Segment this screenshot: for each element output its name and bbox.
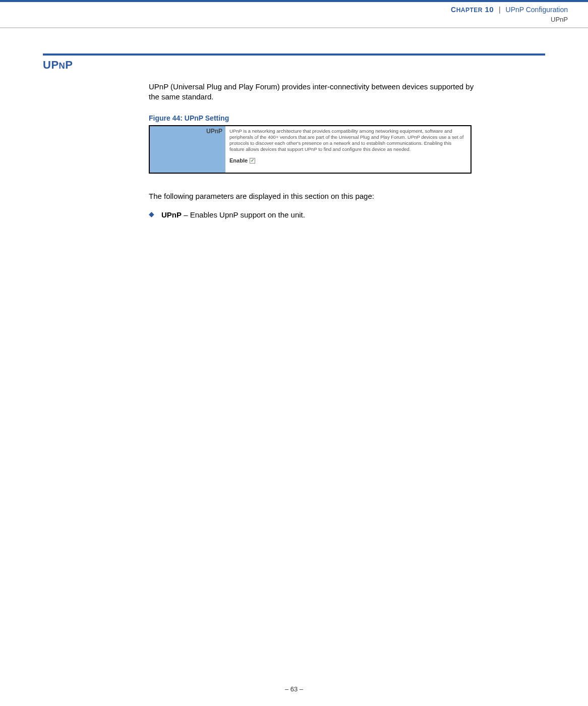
bullet-text: UPnP – Enables UpnP support on the unit. (161, 209, 305, 220)
enable-checkbox[interactable]: ✓ (250, 158, 255, 164)
bullet-item: ◆ UPnP – Enables UpnP support on the uni… (149, 209, 479, 220)
section-rule (43, 53, 545, 56)
bullet-label: UPnP (161, 210, 182, 219)
chapter-label: CHAPTER 10 (451, 6, 494, 14)
figure-enable-row: Enable ✓ (229, 157, 466, 165)
section-title: UPNP (43, 59, 545, 72)
figure-sidebar: UPnP (150, 126, 225, 173)
chapter-title: UPnP Configuration (506, 6, 568, 14)
header-subtitle: UPnP (20, 15, 568, 24)
figure-caption: Figure 44: UPnP Setting (149, 114, 479, 122)
page-footer: – 63 – (0, 685, 588, 693)
page-body: UPNP UPnP (Universal Plug and Play Forum… (0, 28, 588, 221)
figure-screenshot: UPnP UPnP is a networking architecture t… (149, 125, 472, 174)
page-number: – 63 – (285, 685, 303, 693)
diamond-bullet-icon: ◆ (149, 209, 154, 220)
params-intro: The following parameters are displayed i… (149, 192, 479, 200)
content-column: UPnP (Universal Plug and Play Forum) pro… (149, 82, 479, 221)
figure-enable-label: Enable (229, 157, 248, 165)
chapter-separator: | (499, 6, 501, 14)
figure-description-text: UPnP is a networking architecture that p… (229, 128, 466, 152)
figure-main: UPnP is a networking architecture that p… (225, 126, 471, 173)
bullet-description: – Enables UpnP support on the unit. (182, 210, 305, 219)
figure-sidebar-label: UPnP (206, 128, 222, 171)
intro-paragraph: UPnP (Universal Plug and Play Forum) pro… (149, 82, 479, 102)
page-header: CHAPTER 10 | UPnP Configuration UPnP (0, 2, 588, 27)
